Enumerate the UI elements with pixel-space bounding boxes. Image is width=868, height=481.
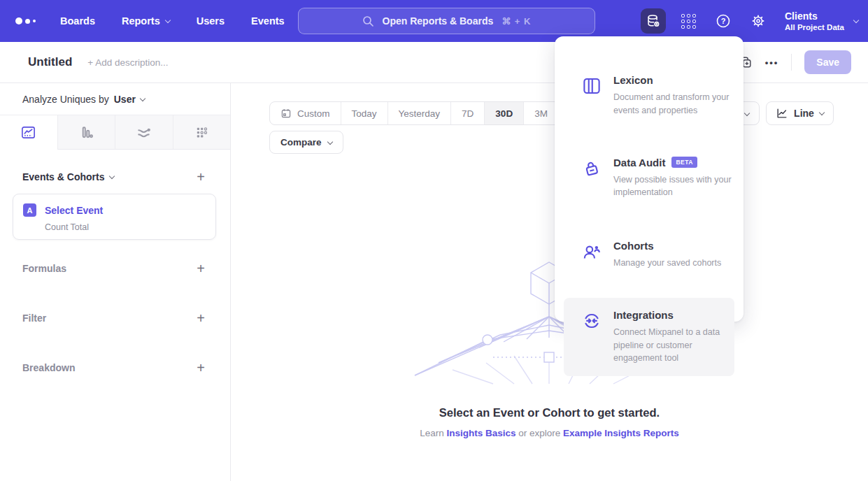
search-input[interactable]: Open Reports & Boards ⌘ + K bbox=[298, 8, 595, 34]
main-content: Custom Today Yesterday 7D 30D 3M 6M Line… bbox=[231, 83, 868, 481]
empty-state-title: Select an Event or Cohort to get started… bbox=[231, 406, 868, 419]
event-row: A Select Event bbox=[23, 203, 215, 217]
header-divider bbox=[791, 54, 792, 71]
apps-grid-icon bbox=[681, 14, 696, 29]
date-range-custom-label: Custom bbox=[297, 108, 330, 119]
insights-basics-link[interactable]: Insights Basics bbox=[446, 428, 515, 438]
tab-line-chart[interactable] bbox=[0, 115, 57, 150]
analyze-by-value: User bbox=[114, 94, 136, 105]
chevron-down-icon bbox=[327, 138, 332, 144]
date-range-3m-label: 3M bbox=[534, 108, 548, 119]
date-range-yesterday[interactable]: Yesterday bbox=[388, 102, 452, 124]
settings-button[interactable] bbox=[746, 8, 771, 34]
lexicon-description: Document and transform your events and p… bbox=[613, 91, 738, 117]
integrations-title: Integrations bbox=[613, 309, 738, 321]
lexicon-icon bbox=[581, 74, 602, 117]
svg-text:?: ? bbox=[721, 17, 726, 25]
analyze-label: Analyze Uniques by bbox=[22, 94, 109, 105]
search-placeholder: Open Reports & Boards bbox=[383, 15, 494, 27]
data-audit-description: View possible issues with your implement… bbox=[613, 173, 738, 200]
events-cohorts-toggle[interactable]: Events & Cohorts bbox=[22, 171, 114, 182]
project-scope: All Project Data bbox=[785, 23, 844, 31]
chart-style-selector[interactable]: Line bbox=[766, 101, 834, 125]
help-icon: ? bbox=[716, 13, 731, 29]
nav-item-events[interactable]: Events bbox=[251, 15, 285, 27]
query-sidebar: Analyze Uniques by User bbox=[0, 83, 231, 481]
count-total-selector[interactable]: Count Total bbox=[45, 222, 215, 232]
chevron-down-icon bbox=[853, 17, 859, 23]
add-event-button[interactable]: + bbox=[197, 170, 205, 184]
bar-chart-icon bbox=[78, 124, 94, 141]
empty-state-explore-text: or explore bbox=[515, 428, 563, 438]
more-options-button[interactable]: ••• bbox=[765, 57, 779, 68]
nav-item-users[interactable]: Users bbox=[197, 15, 225, 27]
date-range-7d[interactable]: 7D bbox=[451, 102, 485, 124]
search-icon bbox=[362, 15, 374, 27]
line-style-icon bbox=[776, 107, 788, 120]
date-range-control: Custom Today Yesterday 7D 30D 3M 6M bbox=[269, 101, 594, 125]
add-filter-button[interactable]: + bbox=[197, 311, 205, 325]
breakdown-label: Breakdown bbox=[22, 362, 75, 373]
tab-metrics-grid[interactable] bbox=[173, 115, 231, 150]
report-description-placeholder[interactable]: + Add description... bbox=[87, 57, 168, 68]
top-nav: Boards Reports Users Events Open Reports… bbox=[0, 0, 868, 42]
date-range-30d-label: 30D bbox=[495, 108, 513, 119]
date-range-today-label: Today bbox=[352, 108, 377, 119]
add-formula-button[interactable]: + bbox=[197, 261, 205, 275]
nav-right: ? Clients All Project Data bbox=[641, 0, 858, 42]
data-audit-title: Data Audit bbox=[613, 157, 665, 168]
select-event-button[interactable]: Select Event bbox=[45, 205, 103, 216]
menu-item-lexicon[interactable]: Lexicon Document and transform your even… bbox=[564, 67, 734, 124]
event-card[interactable]: A Select Event Count Total bbox=[13, 194, 216, 240]
chart-type-tabs bbox=[0, 115, 230, 150]
menu-item-cohorts[interactable]: Cohorts Manage your saved cohorts bbox=[564, 233, 734, 277]
project-selector[interactable]: Clients All Project Data bbox=[785, 10, 858, 31]
nav-item-boards[interactable]: Boards bbox=[60, 15, 95, 27]
apps-grid-button[interactable] bbox=[676, 8, 701, 34]
empty-state-learn-text: Learn bbox=[420, 428, 446, 438]
cohorts-icon bbox=[581, 240, 602, 270]
cohorts-title: Cohorts bbox=[613, 240, 738, 252]
help-button[interactable]: ? bbox=[711, 8, 736, 34]
compare-label: Compare bbox=[280, 137, 322, 148]
date-range-3m[interactable]: 3M bbox=[524, 102, 559, 124]
events-cohorts-label: Events & Cohorts bbox=[22, 171, 104, 182]
filter-label: Filter bbox=[22, 313, 46, 324]
flow-icon bbox=[136, 124, 152, 141]
menu-item-data-audit[interactable]: Data Audit BETA View possible issues wit… bbox=[564, 150, 734, 207]
date-range-today[interactable]: Today bbox=[341, 102, 388, 124]
integrations-icon bbox=[581, 309, 602, 365]
analyze-row: Analyze Uniques by User bbox=[0, 83, 230, 115]
nav-items: Boards Reports Users Events bbox=[60, 15, 285, 27]
add-breakdown-button[interactable]: + bbox=[197, 361, 205, 375]
formulas-section: Formulas + bbox=[22, 261, 205, 275]
breakdown-section: Breakdown + bbox=[22, 361, 205, 375]
tab-bar-chart[interactable] bbox=[57, 115, 115, 150]
data-management-menu: Lexicon Document and transform your even… bbox=[555, 36, 744, 322]
line-chart-icon bbox=[20, 124, 36, 141]
menu-item-integrations[interactable]: Integrations Connect Mixpanel to a data … bbox=[564, 298, 734, 376]
compare-button[interactable]: Compare bbox=[269, 131, 343, 154]
nav-item-reports-label: Reports bbox=[122, 15, 160, 27]
date-range-7d-label: 7D bbox=[462, 108, 474, 119]
date-range-30d[interactable]: 30D bbox=[485, 102, 524, 124]
events-cohorts-header: Events & Cohorts + bbox=[22, 170, 205, 184]
report-header-actions: ••• Save bbox=[739, 50, 851, 74]
gear-icon bbox=[750, 13, 766, 29]
project-name: Clients bbox=[785, 10, 844, 23]
chevron-down-icon bbox=[140, 95, 145, 101]
save-button[interactable]: Save bbox=[804, 50, 851, 74]
example-reports-link[interactable]: Example Insights Reports bbox=[563, 428, 679, 438]
chevron-down-icon bbox=[819, 110, 825, 115]
analyze-by-selector[interactable]: User bbox=[114, 94, 145, 105]
report-title[interactable]: Untitled bbox=[28, 55, 72, 69]
mixpanel-logo-icon[interactable] bbox=[15, 17, 43, 24]
date-range-custom[interactable]: Custom bbox=[270, 102, 341, 124]
nav-item-reports[interactable]: Reports bbox=[122, 15, 170, 27]
tab-flow-chart[interactable] bbox=[115, 115, 173, 150]
data-management-button[interactable] bbox=[641, 8, 666, 34]
beta-badge: BETA bbox=[671, 157, 697, 168]
chart-style-label: Line bbox=[794, 108, 814, 119]
metrics-grid-icon bbox=[194, 124, 210, 141]
empty-state-subtitle: Learn Insights Basics or explore Example… bbox=[231, 428, 868, 438]
